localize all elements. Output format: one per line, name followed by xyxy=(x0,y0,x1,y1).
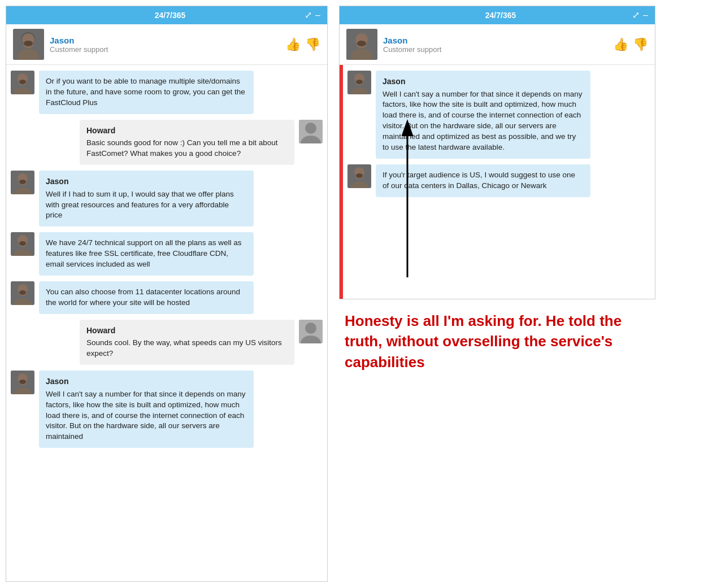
message-row: We have 24/7 technical support on all th… xyxy=(11,232,323,276)
agent-avatar-small xyxy=(11,171,34,194)
svg-point-41 xyxy=(357,41,366,46)
message-text: We have 24/7 technical support on all th… xyxy=(46,238,241,268)
right-agent-info: Jason Customer support xyxy=(383,36,613,54)
message-text: Or if you want to be able to manage mult… xyxy=(46,77,245,107)
svg-point-5 xyxy=(24,41,33,46)
right-agent-role: Customer support xyxy=(383,45,613,54)
message-bubble: Jason Well I can't say a number for that… xyxy=(376,71,590,159)
message-text: Sounds cool. By the way, what speeds can… xyxy=(86,338,282,358)
message-bubble: We have 24/7 technical support on all th… xyxy=(39,232,254,276)
message-bubble: Or if you want to be able to manage mult… xyxy=(39,71,254,114)
message-bubble: Howard Sounds cool. By the way, what spe… xyxy=(80,320,294,365)
message-text: Basic sounds good for now :) Can you tel… xyxy=(86,138,277,158)
message-row: You can also choose from 11 datacenter l… xyxy=(11,281,323,314)
left-chat-header: 24/7/365 ⤢ – xyxy=(6,6,327,24)
message-sender: Jason xyxy=(46,376,247,387)
right-agent-bar: Jason Customer support 👍 👎 xyxy=(340,24,655,65)
message-text: Well I can't say a number for that since… xyxy=(383,90,583,151)
message-bubble: Howard Basic sounds good for now :) Can … xyxy=(80,120,294,165)
left-agent-bar: Jason Customer support 👍 👎 xyxy=(6,24,327,65)
message-text: You can also choose from 11 datacenter l… xyxy=(46,288,240,307)
message-bubble: You can also choose from 11 datacenter l… xyxy=(39,281,254,314)
message-row: Or if you want to be able to manage mult… xyxy=(11,71,323,114)
message-bubble: If you'r target audience is US, I would … xyxy=(376,164,590,197)
message-text: Well if I had to sum it up, I would say … xyxy=(46,190,234,220)
svg-point-18 xyxy=(19,180,26,184)
right-chat-messages: Jason Well I can't say a number for that… xyxy=(343,65,655,299)
right-thumbs-down-icon[interactable]: 👎 xyxy=(633,37,648,52)
left-chat-messages: Or if you want to be able to manage mult… xyxy=(6,65,327,581)
user-avatar-small xyxy=(299,320,323,343)
svg-point-36 xyxy=(19,380,26,384)
agent-avatar-small xyxy=(11,281,34,305)
right-agent-name: Jason xyxy=(383,36,613,45)
message-row: Howard Basic sounds good for now :) Can … xyxy=(11,120,323,165)
thumbs-up-icon[interactable]: 👍 xyxy=(285,37,301,52)
svg-point-28 xyxy=(19,290,26,295)
right-thumbs-up-icon[interactable]: 👍 xyxy=(613,37,628,52)
message-text: If you'r target audience is US, I would … xyxy=(383,171,575,190)
right-minimize-button[interactable]: – xyxy=(643,11,648,20)
user-avatar-small xyxy=(299,120,323,143)
svg-point-23 xyxy=(19,241,26,246)
left-header-title: 24/7/365 xyxy=(36,11,305,20)
message-text: Well I can't say a number for that since… xyxy=(46,390,246,441)
message-row: Jason Well I can't say a number for that… xyxy=(11,371,323,448)
svg-point-31 xyxy=(305,323,316,334)
expand-button[interactable]: ⤢ xyxy=(305,11,312,20)
message-row: If you'r target audience is US, I would … xyxy=(347,164,650,197)
left-agent-role: Customer support xyxy=(50,45,285,54)
message-row: Jason Well I can't say a number for that… xyxy=(347,71,650,159)
left-agent-avatar xyxy=(13,29,44,60)
annotation-text: Honesty is all I'm asking for. He told t… xyxy=(339,299,655,384)
svg-point-13 xyxy=(305,123,316,134)
svg-point-10 xyxy=(19,80,26,84)
message-sender: Howard xyxy=(86,325,288,337)
left-agent-name: Jason xyxy=(50,36,285,45)
message-sender: Howard xyxy=(86,125,288,137)
right-chat-header: 24/7/365 ⤢ – xyxy=(340,6,655,24)
message-sender: Jason xyxy=(383,76,584,88)
message-row: Jason Well if I had to sum it up, I woul… xyxy=(11,171,323,227)
agent-avatar-small xyxy=(347,71,371,94)
agent-avatar-small xyxy=(11,371,34,394)
left-chat-window: 24/7/365 ⤢ – Jason Customer support xyxy=(6,6,328,582)
message-sender: Jason xyxy=(46,176,247,188)
right-panel: 24/7/365 ⤢ – Jason Customer support xyxy=(339,6,698,384)
right-expand-button[interactable]: ⤢ xyxy=(632,11,640,20)
left-rating-icons: 👍 👎 xyxy=(285,37,320,52)
agent-avatar-small xyxy=(11,232,34,256)
agent-avatar-small xyxy=(11,71,34,94)
right-header-title: 24/7/365 xyxy=(369,11,632,20)
message-bubble: Jason Well if I had to sum it up, I woul… xyxy=(39,171,254,227)
message-row: Howard Sounds cool. By the way, what spe… xyxy=(11,320,323,365)
right-chat-window: 24/7/365 ⤢ – Jason Customer support xyxy=(339,6,655,299)
right-agent-avatar xyxy=(346,29,377,60)
zoomed-inner: Jason Well I can't say a number for that… xyxy=(340,65,655,299)
svg-point-51 xyxy=(356,173,363,178)
minimize-button[interactable]: – xyxy=(315,11,320,20)
left-agent-info: Jason Customer support xyxy=(50,36,285,54)
thumbs-down-icon[interactable]: 👎 xyxy=(305,37,320,52)
right-rating-icons: 👍 👎 xyxy=(613,37,648,52)
svg-point-46 xyxy=(356,80,363,84)
message-bubble: Jason Well I can't say a number for that… xyxy=(39,371,254,448)
agent-avatar-small xyxy=(347,164,371,188)
